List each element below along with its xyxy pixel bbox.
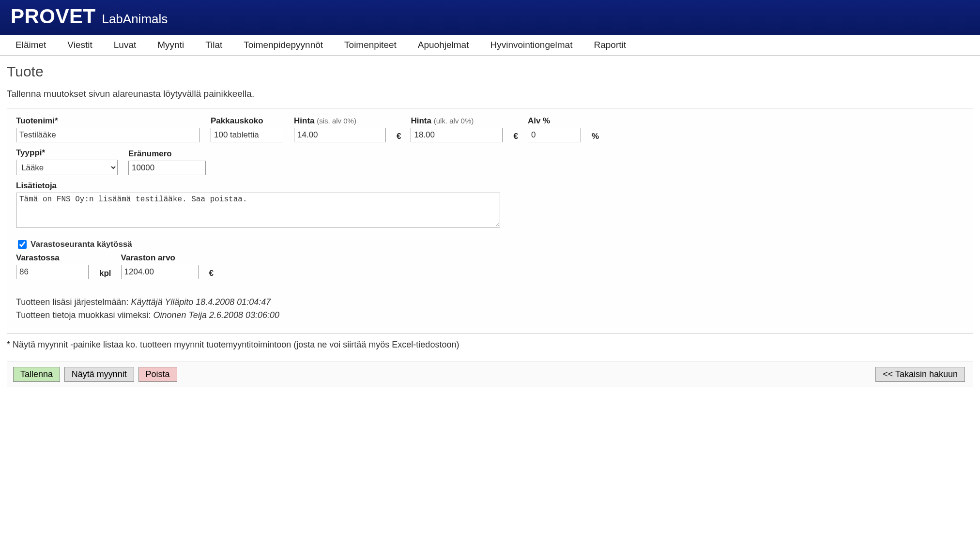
menu-elaimet[interactable]: Eläimet: [5, 35, 57, 55]
meta-modified-value: Oinonen Teija 2.6.2008 03:06:00: [153, 310, 279, 320]
footnote: * Näytä myynnit -painike listaa ko. tuot…: [7, 340, 973, 350]
input-eranumero[interactable]: [128, 161, 206, 175]
action-bar: Tallenna Näytä myynnit Poista << Takaisi…: [7, 362, 973, 387]
save-button[interactable]: Tallenna: [13, 367, 60, 382]
unit-pct: %: [592, 132, 599, 146]
textarea-lisatiedot[interactable]: [16, 193, 500, 227]
menu-raportit[interactable]: Raportit: [583, 35, 637, 55]
back-button[interactable]: << Takaisin hakuun: [875, 367, 965, 382]
label-tuotenimi: Tuotenimi*: [16, 116, 200, 126]
product-form: Tuotenimi* Pakkauskoko Hinta (sis. alv 0…: [7, 108, 973, 334]
unit-euro-3: €: [209, 269, 214, 283]
label-lisatiedot: Lisätietoja: [16, 181, 964, 191]
label-eranumero: Eränumero: [128, 149, 206, 159]
menu-toimenpiteet[interactable]: Toimenpiteet: [334, 35, 407, 55]
label-hinta-ulk: Hinta (ulk. alv 0%): [411, 116, 503, 126]
unit-euro-2: €: [513, 132, 518, 146]
show-sales-button[interactable]: Näytä myynnit: [64, 367, 134, 382]
menu-viestit[interactable]: Viestit: [57, 35, 103, 55]
unit-kpl: kpl: [99, 269, 111, 283]
delete-button[interactable]: Poista: [138, 367, 177, 382]
meta-modified-label: Tuotteen tietoja muokkasi viimeksi:: [16, 310, 151, 320]
label-alv: Alv %: [528, 116, 581, 126]
page-subtitle: Tallenna muutokset sivun alareunasta löy…: [7, 89, 973, 99]
menu-luvat[interactable]: Luvat: [103, 35, 147, 55]
app-header: PROVET LabAnimals: [0, 0, 980, 35]
meta-added-label: Tuotteen lisäsi järjestelmään:: [16, 297, 128, 307]
brand-sub: LabAnimals: [102, 12, 168, 26]
menu-apuohjelmat[interactable]: Apuohjelmat: [407, 35, 480, 55]
unit-euro-1: €: [397, 132, 401, 146]
select-tyyppi[interactable]: Lääke: [16, 160, 118, 175]
menubar: Eläimet Viestit Luvat Myynti Tilat Toime…: [0, 35, 980, 56]
label-pakkauskoko: Pakkauskoko: [211, 116, 283, 126]
menu-hyvinvointiongelmat[interactable]: Hyvinvointiongelmat: [479, 35, 583, 55]
label-hinta-sis: Hinta (sis. alv 0%): [294, 116, 386, 126]
input-tuotenimi[interactable]: [16, 128, 200, 142]
menu-myynti[interactable]: Myynti: [147, 35, 195, 55]
input-pakkauskoko[interactable]: [211, 128, 283, 142]
brand-main: PROVET: [11, 5, 96, 28]
meta-block: Tuotteen lisäsi järjestelmään: Käyttäjä …: [16, 296, 964, 322]
page-title: Tuote: [7, 63, 973, 80]
label-varastoseuranta: Varastoseuranta käytössä: [31, 240, 132, 249]
input-hinta-ulk[interactable]: [411, 128, 503, 142]
label-varaston-arvo: Varaston arvo: [121, 253, 199, 263]
input-varastossa[interactable]: [16, 265, 89, 279]
input-alv[interactable]: [528, 128, 581, 142]
menu-toimenpidepyynnot[interactable]: Toimenpidepyynnöt: [233, 35, 334, 55]
label-tyyppi: Tyyppi*: [16, 148, 118, 158]
meta-added-value: Käyttäjä Ylläpito 18.4.2008 01:04:47: [131, 297, 271, 307]
input-varaston-arvo: [121, 265, 199, 279]
checkbox-varastoseuranta[interactable]: [18, 240, 27, 249]
menu-tilat[interactable]: Tilat: [195, 35, 233, 55]
label-varastossa: Varastossa: [16, 253, 89, 263]
input-hinta-sis[interactable]: [294, 128, 386, 142]
